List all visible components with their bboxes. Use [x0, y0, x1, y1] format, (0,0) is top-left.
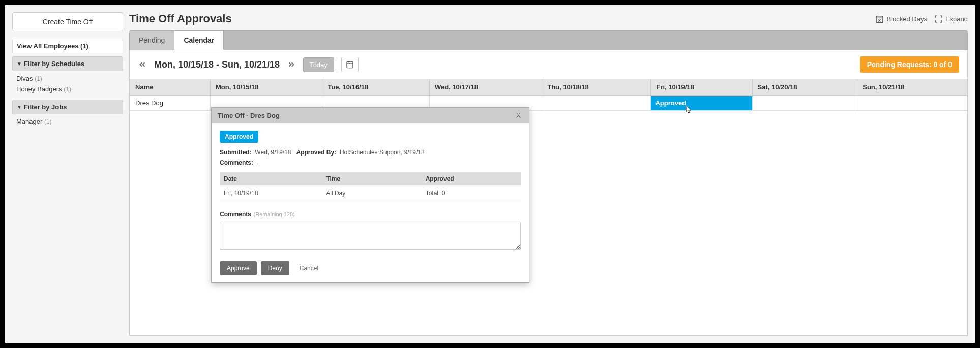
comments-remaining: (Remaining 128): [253, 211, 294, 217]
view-all-employees[interactable]: View All Employees (1): [12, 39, 123, 53]
prev-week-button[interactable]: [138, 60, 147, 69]
detail-col-approved: Approved: [422, 172, 521, 185]
column-header-tue: Tue, 10/16/18: [322, 79, 430, 96]
job-name: Manager: [16, 118, 42, 125]
detail-row: Fri, 10/19/18 All Day Total: 0: [220, 185, 521, 201]
approved-by-label: Approved By:: [296, 149, 337, 156]
new-comments-label: Comments: [220, 211, 251, 218]
new-comments-section: Comments (Remaining 128): [220, 209, 521, 252]
job-count: (1): [44, 118, 52, 125]
column-header-mon: Mon, 10/15/18: [211, 79, 322, 96]
calendar-icon: [346, 60, 354, 69]
expand-icon: [934, 15, 943, 23]
detail-col-time: Time: [322, 172, 421, 185]
caret-down-icon: ▼: [17, 61, 22, 67]
submitted-value: Wed, 9/19/18: [255, 149, 291, 156]
column-header-name: Name: [130, 79, 211, 96]
next-week-button[interactable]: [287, 60, 296, 69]
day-cell[interactable]: [542, 96, 651, 111]
schedule-count: (1): [35, 75, 42, 82]
column-header-sat: Sat, 10/20/18: [752, 79, 857, 96]
approved-by-value: HotSchedules Support, 9/19/18: [340, 149, 425, 156]
approve-button[interactable]: Approve: [220, 261, 257, 275]
day-cell[interactable]: [752, 96, 857, 111]
column-header-sun: Sun, 10/21/18: [857, 79, 967, 96]
tab-pending[interactable]: Pending: [130, 31, 174, 50]
filter-schedules-label: Filter by Schedules: [24, 60, 84, 68]
create-time-off-button[interactable]: Create Time Off: [12, 12, 123, 31]
filter-jobs-label: Filter by Jobs: [24, 103, 67, 111]
calendar-grid: Name Mon, 10/15/18 Tue, 10/16/18 Wed, 10…: [130, 79, 967, 111]
schedule-name: Divas: [16, 75, 33, 82]
today-button[interactable]: Today: [303, 57, 334, 72]
comments-label: Comments:: [220, 159, 253, 166]
svg-rect-4: [347, 62, 353, 68]
detail-table: Date Time Approved Fri, 10/19/18 All Day…: [220, 172, 521, 201]
schedule-count: (1): [64, 86, 71, 93]
detail-col-date: Date: [220, 172, 322, 185]
day-cell[interactable]: [857, 96, 967, 111]
date-range: Mon, 10/15/18 - Sun, 10/21/18: [154, 59, 280, 70]
job-item[interactable]: Manager (1): [16, 116, 119, 127]
expand-label: Expand: [945, 15, 968, 23]
cancel-button[interactable]: Cancel: [300, 265, 318, 272]
blocked-days-label: Blocked Days: [886, 15, 927, 23]
filter-by-schedules-header[interactable]: ▼ Filter by Schedules: [12, 56, 123, 71]
submitted-info: Submitted: Wed, 9/19/18 Approved By: Hot…: [220, 149, 521, 156]
detail-approved-total: Total: 0: [422, 185, 521, 201]
employee-name-cell[interactable]: Dres Dog: [130, 96, 211, 111]
svg-rect-0: [877, 16, 883, 22]
status-badge: Approved: [220, 131, 258, 143]
pending-requests-badge: Pending Requests: 0 of 0: [860, 56, 959, 73]
submitted-label: Submitted:: [220, 149, 252, 156]
sidebar: Create Time Off View All Employees (1) ▼…: [12, 12, 123, 336]
approved-text: Approved: [655, 99, 686, 107]
time-off-detail-modal: Time Off - Dres Dog X Approved Submitted…: [211, 107, 529, 283]
column-header-wed: Wed, 10/17/18: [429, 79, 542, 96]
comments-info: Comments: -: [220, 159, 521, 166]
schedule-name: Honey Badgers: [16, 85, 62, 93]
chevron-double-left-icon: [138, 60, 147, 69]
column-header-thu: Thu, 10/18/18: [542, 79, 651, 96]
page-title: Time Off Approvals: [129, 12, 232, 25]
caret-down-icon: ▼: [17, 104, 22, 110]
jobs-list: Manager (1): [12, 114, 123, 132]
tabs-bar: Pending Calendar: [129, 30, 968, 50]
blocked-days-button[interactable]: Blocked Days: [875, 15, 927, 23]
comments-textarea[interactable]: [220, 222, 521, 250]
comments-value: -: [257, 159, 259, 166]
modal-close-button[interactable]: X: [514, 111, 523, 119]
calendar-blocked-icon: [875, 15, 884, 23]
schedule-item[interactable]: Honey Badgers (1): [16, 84, 119, 94]
detail-date: Fri, 10/19/18: [220, 185, 322, 201]
detail-time: All Day: [322, 185, 421, 201]
approved-block[interactable]: Approved: [651, 96, 752, 110]
deny-button[interactable]: Deny: [261, 261, 289, 275]
tab-calendar[interactable]: Calendar: [174, 31, 224, 50]
chevron-double-right-icon: [287, 60, 296, 69]
schedules-list: Divas (1) Honey Badgers (1): [12, 71, 123, 100]
column-header-fri: Fri, 10/19/18: [651, 79, 752, 96]
expand-button[interactable]: Expand: [934, 15, 968, 23]
filter-by-jobs-header[interactable]: ▼ Filter by Jobs: [12, 100, 123, 114]
date-picker-button[interactable]: [341, 57, 359, 72]
day-cell-fri[interactable]: Approved: [651, 96, 752, 111]
schedule-item[interactable]: Divas (1): [16, 73, 119, 84]
modal-title: Time Off - Dres Dog: [218, 112, 280, 119]
